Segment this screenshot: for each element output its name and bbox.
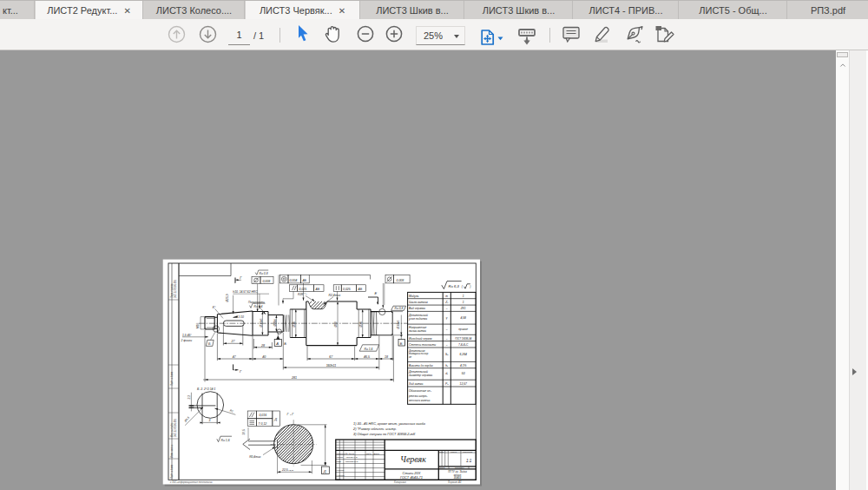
svg-text:угол подъема: угол подъема — [408, 317, 427, 321]
svg-text:–: – — [445, 307, 448, 310]
svg-text:Степень точности: Степень точности — [409, 343, 436, 347]
svg-text:Формат А3: Формат А3 — [448, 480, 462, 484]
svg-text:2,2: 2,2 — [187, 395, 191, 401]
svg-text:–: – — [445, 337, 448, 341]
svg-text:Обозначение че-: Обозначение че- — [409, 389, 432, 393]
svg-text:Вид червяка: Вид червяка — [409, 307, 425, 310]
svg-text:де: де — [409, 355, 412, 359]
svg-text:Утв.: Утв. — [336, 478, 341, 480]
svg-text:12,57: 12,57 — [460, 382, 467, 386]
svg-text:Пров.: Пров. — [336, 460, 342, 463]
svg-text:1:1: 1:1 — [466, 459, 472, 463]
svg-text:ЗЧС 21.03.05.001: ЗЧС 21.03.05.001 — [174, 418, 177, 437]
svg-text:Ra 6,3: Ra 6,3 — [449, 284, 460, 288]
svg-text:Подп.: Подп. — [366, 453, 372, 455]
svg-text:Ø30к6: Ø30к6 — [260, 319, 263, 328]
svg-text:Б: Б — [284, 341, 286, 346]
svg-text:Подп. и дата: Подп. и дата — [170, 371, 174, 386]
svg-text:Иванова И.И.: Иванова И.И. — [345, 460, 358, 463]
svg-text:0,025: 0,025 — [299, 288, 307, 291]
svg-text:1,5·45°: 1,5·45° — [182, 334, 192, 337]
svg-text:Масштаб: Масштаб — [463, 451, 473, 454]
svg-text:4,58: 4,58 — [460, 316, 466, 320]
svg-text:Т.контр.: Т.контр. — [336, 469, 345, 472]
svg-text:): ) — [469, 285, 470, 288]
svg-text:Е: Е — [374, 291, 377, 295]
svg-text:46,5: 46,5 — [364, 355, 370, 359]
svg-text:Ra 0,8: Ra 0,8 — [260, 272, 268, 275]
svg-text:50: 50 — [462, 372, 465, 375]
svg-text:правое: правое — [458, 328, 468, 331]
svg-text:3: 3 — [208, 419, 210, 422]
svg-text:АБ: АБ — [315, 288, 320, 291]
svg-text:1: 1 — [463, 295, 464, 298]
svg-text:2 фаски: 2 фаски — [181, 339, 193, 342]
svg-text:Подп. и дата: Подп. и дата — [170, 464, 174, 479]
svg-text:R28¯°¹: R28¯°¹ — [298, 293, 307, 296]
svg-text:Ø38: Ø38 — [293, 321, 296, 328]
svg-text:2) *Размер обеспеч. инстр.: 2) *Размер обеспеч. инстр. — [352, 427, 397, 431]
svg-text:m: m — [445, 295, 448, 298]
svg-text:4,1%: 4,1% — [460, 364, 467, 368]
svg-text:Ra 1,6: Ra 1,6 — [221, 439, 230, 442]
svg-text:Ø28б: Ø28б — [273, 319, 277, 327]
svg-text:Модуль: Модуль — [409, 295, 419, 298]
svg-text:ГОСТ 4543-71: ГОСТ 4543-71 — [400, 475, 423, 480]
svg-text:Перв. примен.: Перв. примен. — [170, 282, 174, 298]
svg-text:женного колеса: женного колеса — [408, 399, 431, 402]
svg-text:Лит.: Лит. — [438, 451, 444, 454]
svg-text:ZК1: ZК1 — [460, 307, 466, 310]
svg-text:Б: Б — [208, 341, 211, 346]
svg-text:18: 18 — [385, 355, 388, 359]
svg-text:0,008: 0,008 — [262, 280, 270, 283]
svg-text:–: – — [445, 343, 448, 347]
svg-text:диаметр червяка: диаметр червяка — [409, 374, 432, 377]
svg-text:3) Общие допуски по ГОСТ 30893: 3) Общие допуски по ГОСТ 30893.2-тК — [353, 432, 416, 436]
svg-text:Копировал: Копировал — [394, 480, 406, 484]
svg-text:Ø38: Ø38 — [359, 321, 363, 328]
svg-text:линии витка: линии витка — [408, 329, 426, 333]
svg-text:22,5₋₀,₂₁: 22,5₋₀,₂₁ — [281, 468, 293, 472]
svg-text:А: А — [275, 341, 279, 346]
svg-text:h10. 14.57.62 HRC: h10. 14.57.62 HRC — [233, 290, 258, 294]
svg-text:К°: К° — [213, 306, 216, 309]
svg-text:Взам. инв.№: Взам. инв.№ — [170, 444, 174, 458]
svg-text:Д: Д — [323, 469, 326, 473]
svg-text:Ra 0,8: Ra 0,8 — [395, 307, 404, 310]
svg-text:Масса: Масса — [450, 451, 457, 454]
svg-text:40: 40 — [262, 355, 266, 359]
svg-text:d₁: d₁ — [445, 372, 448, 375]
svg-text:Н.контр.: Н.контр. — [336, 474, 345, 477]
svg-text:28: 28 — [260, 344, 265, 348]
svg-text:Т 0,12: Т 0,12 — [258, 422, 266, 426]
svg-text:В. 2. 2°О 14:1: В. 2. 2°О 14:1 — [197, 387, 215, 391]
svg-text:0,004: 0,004 — [289, 279, 297, 282]
svg-text:Ra 1,6: Ra 1,6 — [365, 348, 373, 351]
svg-text:Ход витка: Ход витка — [408, 382, 424, 386]
svg-text:Аманов Ж.Б.: Аманов Ж.Б. — [345, 456, 358, 459]
svg-text:R0,4max: R0,4max — [249, 455, 261, 459]
svg-text:М16: М16 — [196, 322, 200, 328]
svg-text:Исходный червяк: Исходный червяк — [409, 337, 432, 341]
svg-text:к ЗЧС-информационные технологи: к ЗЧС-информационные технологии — [170, 480, 213, 484]
svg-text:Ø50: Ø50 — [334, 321, 338, 328]
svg-text:ЗЧС 21.03.05.001: ЗЧС 21.03.05.001 — [174, 279, 177, 298]
svg-text:Инв. № подл.: Инв. № подл. — [170, 423, 174, 437]
svg-text:Высота до хорды: Высота до хорды — [409, 364, 433, 368]
svg-text:281: 281 — [291, 376, 297, 380]
svg-text:Д: Д — [273, 417, 277, 421]
svg-text:ГОСТ 19036-94: ГОСТ 19036-94 — [455, 337, 472, 341]
svg-text:Ø30к6: Ø30к6 — [397, 321, 400, 330]
svg-text:30403: 30403 — [454, 476, 462, 480]
svg-text:1) 30...45 HRC, кроме мест, ук: 1) 30...45 HRC, кроме мест, указанных ос… — [353, 421, 426, 426]
svg-text:0,025: 0,025 — [343, 288, 351, 291]
svg-text:№ докум.: № докум. — [345, 453, 355, 455]
svg-text:Лист: Лист — [339, 453, 345, 455]
svg-text:Делительный: Делительный — [408, 370, 428, 374]
svg-text:0,016: 0,016 — [259, 414, 266, 417]
svg-text:30,5: 30,5 — [242, 429, 246, 434]
svg-text:Z₁: Z₁ — [444, 301, 448, 304]
svg-text:7-6-6-С: 7-6-6-С — [458, 343, 469, 347]
svg-text:толщина по хор: толщина по хор — [409, 352, 429, 355]
svg-text:–: – — [445, 328, 448, 331]
